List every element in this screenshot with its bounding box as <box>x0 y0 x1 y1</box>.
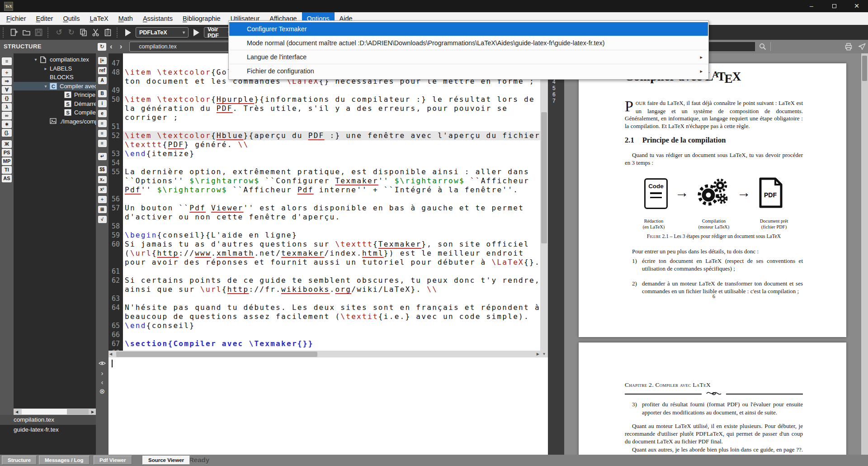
menubar-item-math[interactable]: Math <box>113 12 138 25</box>
source-editor[interactable]: 4748\item \textcolor{Gold}{codton docume… <box>108 53 540 351</box>
pdf-vscrollbar[interactable] <box>861 53 868 455</box>
fraction-icon[interactable]: ÷ <box>98 196 107 203</box>
pdf-page-list-item[interactable]: 5 <box>552 85 564 91</box>
open-file-button[interactable] <box>20 27 33 38</box>
italic-icon[interactable]: i <box>98 100 107 107</box>
pdf-page-list-item[interactable]: 6 <box>552 91 564 98</box>
statusbar-pdf-viewer-button[interactable]: Pdf Viewer <box>94 456 132 465</box>
refresh-structure-icon[interactable]: ↻ <box>98 43 106 51</box>
pstricks-icon[interactable]: PS <box>2 149 12 157</box>
sqrt-icon[interactable]: √ <box>98 216 107 223</box>
redo-button[interactable]: ↻ <box>65 27 77 38</box>
eye-icon[interactable] <box>99 360 106 369</box>
compile-command-select[interactable]: PDFLaTeX ▾ <box>136 27 189 38</box>
messages-log-panel[interactable] <box>108 357 548 455</box>
collapse-log-icon[interactable]: ‹ <box>101 378 104 387</box>
statusbar-source-viewer-button[interactable]: Source Viewer <box>142 456 190 465</box>
align-center-icon[interactable]: ≡ <box>98 130 107 137</box>
menubar-item-outils[interactable]: Outils <box>58 12 85 25</box>
tree-caret-icon[interactable]: ▾ <box>42 84 50 89</box>
options-menu-item-2[interactable]: Langue de l'interface▸ <box>229 50 708 64</box>
copy-button[interactable] <box>77 27 90 38</box>
tree-item[interactable]: SCompiler ave <box>14 108 96 117</box>
external-viewer-icon[interactable] <box>858 43 866 52</box>
tree-item[interactable]: SDémarrer av <box>14 100 96 109</box>
scroll-left-icon[interactable]: ◀ <box>109 351 112 357</box>
asymptote-icon[interactable]: AS <box>2 175 12 182</box>
arrow-symbols-icon[interactable]: ⇒ <box>2 77 12 85</box>
tree-item[interactable]: ▾compilation.tex <box>14 55 96 64</box>
options-menu-item-3[interactable]: Fichier de configuration▸ <box>229 64 708 78</box>
newline-icon[interactable]: ↵ <box>98 153 107 160</box>
greek-letters-icon[interactable]: λ <box>2 103 12 111</box>
menubar-item-latex[interactable]: LaTeX <box>85 12 113 25</box>
relation-symbols-icon[interactable]: ÷ <box>2 69 12 76</box>
scrollbar-thumb[interactable] <box>116 352 317 357</box>
misc-math-icon[interactable]: ∞ <box>2 112 12 119</box>
editor-vscrollbar[interactable]: ▲ ▼ <box>540 53 548 357</box>
scroll-left-icon[interactable]: ◀ <box>14 410 20 414</box>
pdf-preview[interactable]: Compiler avec LATEX Pour faire du LaTeX,… <box>564 53 861 455</box>
menubar-item-editer[interactable]: Editer <box>31 12 58 25</box>
subscript-icon[interactable]: x₂ <box>98 176 107 183</box>
editor-hscrollbar[interactable]: ◀ ▶ <box>108 351 540 357</box>
tree-item[interactable]: ▾CCompiler avec \La <box>14 82 96 91</box>
scroll-right-icon[interactable]: ▶ <box>537 351 539 357</box>
structure-tree-hscrollbar[interactable]: ◀ ▶ <box>14 409 96 415</box>
pdf-page-list[interactable]: 4567 <box>548 53 564 455</box>
brackets-icon[interactable]: (]. <box>2 129 12 137</box>
previous-document-button[interactable]: ‹ <box>106 40 116 53</box>
cyrillic-chars-icon[interactable]: Ж <box>2 140 12 148</box>
maximize-button[interactable] <box>823 0 845 12</box>
emphasis-icon[interactable]: e <box>98 110 107 117</box>
metapost-icon[interactable]: MP <box>2 157 12 165</box>
scrollbar-thumb[interactable] <box>541 112 547 243</box>
tree-item[interactable]: BLOCKS <box>14 73 96 82</box>
misc-symbols-icon[interactable]: ∀ <box>2 86 12 94</box>
tree-caret-icon[interactable]: ▾ <box>32 57 40 62</box>
label-ref-icon[interactable]: ref <box>98 67 107 74</box>
new-document-button[interactable] <box>8 27 20 38</box>
pdf-page-list-item[interactable]: 4 <box>552 79 564 85</box>
superscript-icon[interactable]: x² <box>98 186 107 193</box>
tree-item[interactable]: ▸LABELS <box>14 64 96 73</box>
statusbar-messages-log-button[interactable]: Messages / Log <box>39 456 90 465</box>
menubar-item-assistants[interactable]: Assistants <box>138 12 178 25</box>
special-chars-icon[interactable]: ∗ <box>2 120 12 128</box>
search-icon[interactable] <box>759 43 767 52</box>
scrollbar-thumb[interactable] <box>22 409 67 414</box>
align-right-icon[interactable]: ≡ <box>98 140 107 147</box>
open-file-item[interactable]: guide-latex-fr.tex <box>0 425 96 435</box>
next-document-button[interactable]: › <box>116 40 126 53</box>
menubar-item-fichier[interactable]: Fichier <box>1 12 31 25</box>
structure-view-icon[interactable]: ≡ <box>2 57 12 65</box>
menubar-item-bibliographie[interactable]: Bibliographie <box>178 12 226 25</box>
paste-button[interactable] <box>102 27 114 38</box>
font-size-icon[interactable]: A <box>98 77 107 84</box>
scroll-down-icon[interactable]: ▼ <box>540 351 548 357</box>
print-icon[interactable] <box>844 43 853 52</box>
tree-item[interactable]: ./Images/compilat <box>14 117 96 126</box>
delimiters-icon[interactable]: {} <box>2 95 12 102</box>
cut-button[interactable] <box>90 27 102 38</box>
tikz-icon[interactable]: TI <box>2 166 12 174</box>
run-view-button[interactable] <box>190 27 202 38</box>
statusbar-structure-button[interactable]: Structure <box>2 456 37 465</box>
array-icon[interactable]: ⊞ <box>98 206 107 213</box>
align-left-icon[interactable]: ≡ <box>98 120 107 127</box>
tree-caret-icon[interactable]: ▸ <box>42 66 50 71</box>
run-compile-button[interactable] <box>122 27 134 38</box>
open-file-item[interactable]: compilation.tex <box>0 415 96 425</box>
options-menu-item-0[interactable]: Configurer Texmaker <box>229 22 708 36</box>
tree-item[interactable]: SPrincipe de la <box>14 90 96 100</box>
scroll-right-icon[interactable]: ▶ <box>90 410 96 414</box>
inline-math-icon[interactable]: $$ <box>98 166 107 173</box>
close-button[interactable]: × <box>845 0 868 12</box>
bold-icon[interactable]: B <box>98 90 107 97</box>
close-log-icon[interactable]: ⊗ <box>99 387 105 396</box>
undo-button[interactable]: ↺ <box>53 27 65 38</box>
expand-log-icon[interactable]: › <box>101 369 104 378</box>
insert-icon[interactable]: |+ <box>98 57 107 64</box>
options-menu-item-1[interactable]: Mode normal (document maître actuel :D:\… <box>229 36 708 50</box>
save-button[interactable] <box>33 27 45 38</box>
